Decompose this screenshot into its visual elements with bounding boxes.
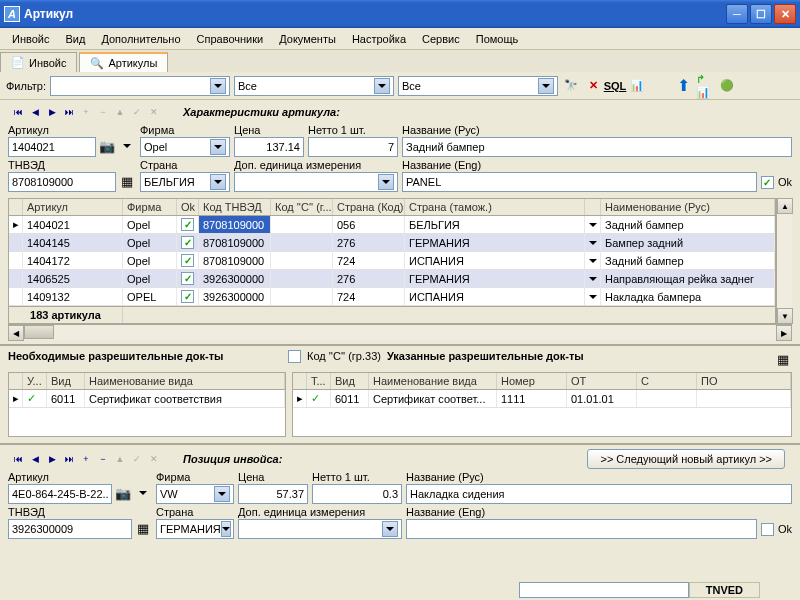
nav-next[interactable]: ▶	[44, 104, 60, 120]
filter-combo-1[interactable]	[50, 76, 230, 96]
dropdown-icon[interactable]	[374, 78, 390, 94]
dropdown-icon[interactable]	[589, 223, 597, 227]
tab-articles[interactable]: 🔍 Артикулы	[79, 52, 168, 72]
dropdown-icon[interactable]	[378, 174, 394, 190]
nav-prev[interactable]: ◀	[27, 104, 43, 120]
ab-icon[interactable]: 🟢	[718, 77, 736, 95]
binoculars-icon[interactable]: 🔭	[562, 77, 580, 95]
table-row[interactable]: ▸ ✓ 6011 Сертификат соответ... 1111 01.0…	[293, 390, 791, 408]
nav-edit[interactable]: ▲	[112, 104, 128, 120]
table-row[interactable]: 1409132OPEL3926300000724ИСПАНИЯНакладка …	[9, 288, 775, 306]
menu-docs[interactable]: Документы	[271, 31, 344, 47]
nav-del[interactable]: −	[95, 451, 111, 467]
scroll-right-icon[interactable]: ▶	[776, 325, 792, 341]
nazvrus-input[interactable]	[406, 484, 792, 504]
tnved-input[interactable]	[8, 172, 116, 192]
tab-invoice[interactable]: 📄 Инвойс	[0, 52, 77, 72]
scroll-left-icon[interactable]: ◀	[8, 325, 24, 341]
gh-naim[interactable]: Наименование вида	[369, 373, 497, 389]
nav-cancel[interactable]: ✕	[146, 451, 162, 467]
nav-next[interactable]: ▶	[44, 451, 60, 467]
nav-prev[interactable]: ◀	[27, 451, 43, 467]
ok-check-icon[interactable]	[181, 272, 194, 285]
scroll-thumb[interactable]	[24, 325, 54, 339]
dropdown-icon[interactable]	[214, 486, 230, 502]
menu-settings[interactable]: Настройка	[344, 31, 414, 47]
camera-icon[interactable]: 📷	[98, 137, 116, 155]
minimize-button[interactable]: ─	[726, 4, 748, 24]
gh-codc[interactable]: Код ''С'' (г...	[271, 199, 333, 215]
dropdown-icon[interactable]	[210, 174, 226, 190]
gh-vid[interactable]: Вид	[331, 373, 369, 389]
gh-stam[interactable]: Страна (тамож.)	[405, 199, 585, 215]
gh-naim[interactable]: Наименование (Рус)	[601, 199, 775, 215]
menu-extra[interactable]: Дополнительно	[93, 31, 188, 47]
gh-artikul[interactable]: Артикул	[23, 199, 123, 215]
menu-refs[interactable]: Справочники	[189, 31, 272, 47]
grid-icon[interactable]: ▦	[774, 350, 792, 368]
dropdown-icon[interactable]	[589, 259, 597, 263]
menu-view[interactable]: Вид	[57, 31, 93, 47]
cena-input[interactable]	[234, 137, 304, 157]
nav-first[interactable]: ⏮	[10, 451, 26, 467]
nav-cancel[interactable]: ✕	[146, 104, 162, 120]
hscroll[interactable]: ◀ ▶	[8, 324, 792, 340]
table-row[interactable]: 1406525Opel3926300000276ГЕРМАНИЯНаправля…	[9, 270, 775, 288]
dropdown-icon[interactable]	[589, 241, 597, 245]
firma-combo[interactable]: VW	[156, 484, 234, 504]
nav-ok[interactable]: ✓	[129, 451, 145, 467]
gh-tnved[interactable]: Код ТНВЭД	[199, 199, 271, 215]
nav-del[interactable]: −	[95, 104, 111, 120]
maximize-button[interactable]: ☐	[750, 4, 772, 24]
gh-t[interactable]: Т...	[307, 373, 331, 389]
nazveng-input[interactable]	[402, 172, 757, 192]
dropdown-icon[interactable]	[210, 139, 226, 155]
netto-input[interactable]	[312, 484, 402, 504]
nav-add[interactable]: +	[78, 104, 94, 120]
dropdown-icon[interactable]	[538, 78, 554, 94]
vscroll[interactable]: ▲ ▼	[776, 198, 792, 324]
nazvrus-input[interactable]	[402, 137, 792, 157]
nav-last[interactable]: ⏭	[61, 104, 77, 120]
dropdown-icon[interactable]	[221, 521, 231, 537]
delete-icon[interactable]: ✕	[584, 77, 602, 95]
menu-help[interactable]: Помощь	[468, 31, 527, 47]
gh-naim[interactable]: Наименование вида	[85, 373, 285, 389]
dropdown-icon[interactable]	[589, 277, 597, 281]
table-row[interactable]: 1404145Opel8708109000276ГЕРМАНИЯБампер з…	[9, 234, 775, 252]
ok-checkbox[interactable]	[761, 176, 774, 189]
gh-po[interactable]: ПО	[697, 373, 791, 389]
dop-combo[interactable]	[238, 519, 402, 539]
dropdown-icon[interactable]	[589, 295, 597, 299]
firma-combo[interactable]: Opel	[140, 137, 230, 157]
nav-add[interactable]: +	[78, 451, 94, 467]
netto-input[interactable]	[308, 137, 398, 157]
scroll-up-icon[interactable]: ▲	[777, 198, 793, 214]
filter-combo-3[interactable]: Все	[398, 76, 558, 96]
dropdown-icon[interactable]	[382, 521, 398, 537]
table-row[interactable]: 1404172Opel8708109000724ИСПАНИЯЗадний ба…	[9, 252, 775, 270]
grid-icon[interactable]: ▦	[118, 172, 136, 190]
artikul-input[interactable]	[8, 137, 96, 157]
gh-skod[interactable]: Страна (Код)	[333, 199, 405, 215]
next-new-article-button[interactable]: >> Следующий новый артикул >>	[587, 449, 785, 469]
gh-ok[interactable]: Ok	[177, 199, 199, 215]
nav-last[interactable]: ⏭	[61, 451, 77, 467]
table-row[interactable]: ▸1404021Opel8708109000056БЕЛЬГИЯЗадний б…	[9, 216, 775, 234]
export-excel-icon[interactable]: ↱📊	[696, 77, 714, 95]
grid-icon[interactable]: ▦	[134, 519, 152, 537]
gh-dd[interactable]	[585, 199, 601, 215]
excel-icon[interactable]: 📊	[628, 77, 646, 95]
filter-combo-2[interactable]: Все	[234, 76, 394, 96]
table-row[interactable]: ▸ ✓ 6011 Сертификат соответствия	[9, 390, 285, 408]
cena-input[interactable]	[238, 484, 308, 504]
tnved-input[interactable]	[8, 519, 132, 539]
gh-mark[interactable]	[293, 373, 307, 389]
grid-body[interactable]: ▸1404021Opel8708109000056БЕЛЬГИЯЗадний б…	[9, 216, 775, 306]
menu-invoice[interactable]: Инвойс	[4, 31, 57, 47]
dropdown-icon[interactable]	[210, 78, 226, 94]
gh-ot[interactable]: ОТ	[567, 373, 637, 389]
gh-vid[interactable]: Вид	[47, 373, 85, 389]
gh-firma[interactable]: Фирма	[123, 199, 177, 215]
strana-combo[interactable]: ГЕРМАНИЯ	[156, 519, 234, 539]
